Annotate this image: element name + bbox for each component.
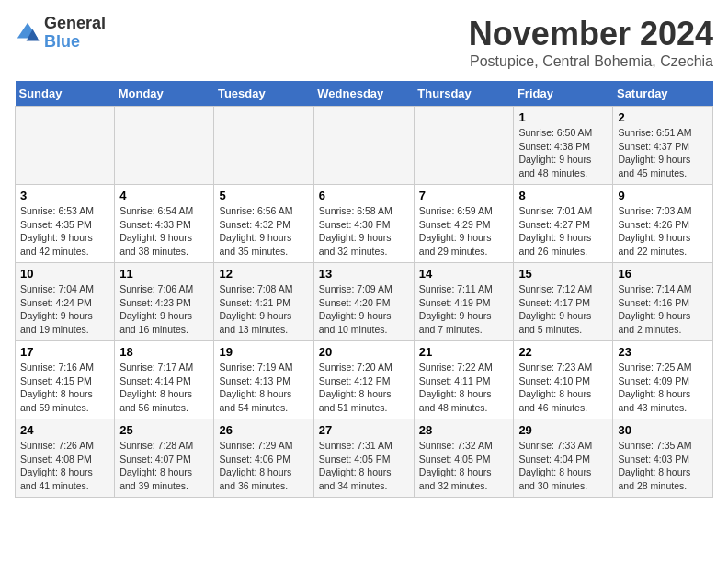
day-number: 29 — [518, 423, 608, 437]
day-info: Sunrise: 7:11 AM Sunset: 4:19 PM Dayligh… — [419, 282, 509, 337]
calendar-cell: 13Sunrise: 7:09 AM Sunset: 4:20 PM Dayli… — [313, 263, 414, 341]
logo-icon — [15, 20, 40, 46]
day-info: Sunrise: 6:58 AM Sunset: 4:30 PM Dayligh… — [319, 204, 409, 259]
header-friday: Friday — [514, 81, 613, 107]
day-number: 24 — [20, 423, 109, 437]
day-info: Sunrise: 7:22 AM Sunset: 4:11 PM Dayligh… — [419, 361, 509, 415]
day-number: 17 — [20, 345, 109, 359]
day-info: Sunrise: 6:56 AM Sunset: 4:32 PM Dayligh… — [219, 204, 308, 259]
day-number: 27 — [319, 423, 409, 437]
day-info: Sunrise: 7:19 AM Sunset: 4:13 PM Dayligh… — [219, 361, 308, 415]
day-number: 3 — [20, 189, 109, 202]
calendar-cell — [214, 107, 313, 185]
day-number: 14 — [419, 267, 509, 281]
calendar-cell: 8Sunrise: 7:01 AM Sunset: 4:27 PM Daylig… — [514, 185, 613, 263]
day-number: 19 — [219, 345, 308, 359]
calendar-cell: 21Sunrise: 7:22 AM Sunset: 4:11 PM Dayli… — [414, 341, 514, 419]
header-thursday: Thursday — [414, 81, 514, 107]
day-info: Sunrise: 7:33 AM Sunset: 4:04 PM Dayligh… — [518, 439, 608, 493]
day-info: Sunrise: 7:23 AM Sunset: 4:10 PM Dayligh… — [518, 361, 608, 415]
day-info: Sunrise: 7:01 AM Sunset: 4:27 PM Dayligh… — [518, 204, 608, 259]
day-info: Sunrise: 6:53 AM Sunset: 4:35 PM Dayligh… — [20, 204, 109, 259]
header-monday: Monday — [115, 81, 214, 107]
day-info: Sunrise: 7:17 AM Sunset: 4:14 PM Dayligh… — [119, 361, 209, 415]
calendar-cell: 10Sunrise: 7:04 AM Sunset: 4:24 PM Dayli… — [16, 263, 115, 341]
page-header: General Blue November 2024 Postupice, Ce… — [15, 15, 713, 70]
calendar-cell: 28Sunrise: 7:32 AM Sunset: 4:05 PM Dayli… — [414, 419, 514, 498]
calendar-cell: 17Sunrise: 7:16 AM Sunset: 4:15 PM Dayli… — [16, 341, 115, 419]
calendar-cell: 4Sunrise: 6:54 AM Sunset: 4:33 PM Daylig… — [115, 185, 214, 263]
calendar-cell: 16Sunrise: 7:14 AM Sunset: 4:16 PM Dayli… — [613, 263, 713, 341]
calendar-cell: 3Sunrise: 6:53 AM Sunset: 4:35 PM Daylig… — [16, 185, 115, 263]
calendar-cell: 25Sunrise: 7:28 AM Sunset: 4:07 PM Dayli… — [115, 419, 214, 498]
header-saturday: Saturday — [613, 81, 713, 107]
calendar-week-row: 3Sunrise: 6:53 AM Sunset: 4:35 PM Daylig… — [16, 185, 713, 263]
calendar-cell: 7Sunrise: 6:59 AM Sunset: 4:29 PM Daylig… — [414, 185, 514, 263]
day-number: 7 — [419, 189, 509, 202]
day-number: 20 — [319, 345, 409, 359]
day-number: 12 — [219, 267, 308, 281]
calendar-cell: 24Sunrise: 7:26 AM Sunset: 4:08 PM Dayli… — [16, 419, 115, 498]
calendar-cell: 6Sunrise: 6:58 AM Sunset: 4:30 PM Daylig… — [313, 185, 414, 263]
calendar-cell: 12Sunrise: 7:08 AM Sunset: 4:21 PM Dayli… — [214, 263, 313, 341]
day-info: Sunrise: 7:29 AM Sunset: 4:06 PM Dayligh… — [219, 439, 308, 493]
calendar-table: SundayMondayTuesdayWednesdayThursdayFrid… — [15, 81, 713, 498]
day-info: Sunrise: 6:51 AM Sunset: 4:37 PM Dayligh… — [618, 126, 708, 180]
day-number: 9 — [618, 189, 708, 202]
day-info: Sunrise: 7:20 AM Sunset: 4:12 PM Dayligh… — [319, 361, 409, 415]
day-number: 23 — [618, 345, 708, 359]
location-title: Postupice, Central Bohemia, Czechia — [469, 53, 713, 70]
day-number: 2 — [618, 110, 708, 124]
day-number: 25 — [119, 423, 209, 437]
day-info: Sunrise: 6:59 AM Sunset: 4:29 PM Dayligh… — [419, 204, 509, 259]
day-number: 22 — [518, 345, 608, 359]
day-info: Sunrise: 7:31 AM Sunset: 4:05 PM Dayligh… — [319, 439, 409, 493]
day-info: Sunrise: 7:25 AM Sunset: 4:09 PM Dayligh… — [618, 361, 708, 415]
logo-text-general: General — [44, 15, 106, 33]
calendar-cell: 23Sunrise: 7:25 AM Sunset: 4:09 PM Dayli… — [613, 341, 713, 419]
logo: General Blue — [15, 15, 106, 52]
day-info: Sunrise: 6:50 AM Sunset: 4:38 PM Dayligh… — [518, 126, 608, 180]
calendar-cell: 30Sunrise: 7:35 AM Sunset: 4:03 PM Dayli… — [613, 419, 713, 498]
day-info: Sunrise: 7:12 AM Sunset: 4:17 PM Dayligh… — [518, 282, 608, 337]
day-number: 4 — [119, 189, 209, 202]
calendar-week-row: 1Sunrise: 6:50 AM Sunset: 4:38 PM Daylig… — [16, 107, 713, 185]
day-number: 5 — [219, 189, 308, 202]
day-number: 26 — [219, 423, 308, 437]
day-info: Sunrise: 7:26 AM Sunset: 4:08 PM Dayligh… — [20, 439, 109, 493]
calendar-cell: 11Sunrise: 7:06 AM Sunset: 4:23 PM Dayli… — [115, 263, 214, 341]
logo-text-blue: Blue — [44, 33, 106, 52]
calendar-cell — [16, 107, 115, 185]
calendar-cell: 26Sunrise: 7:29 AM Sunset: 4:06 PM Dayli… — [214, 419, 313, 498]
day-number: 6 — [319, 189, 409, 202]
calendar-cell: 19Sunrise: 7:19 AM Sunset: 4:13 PM Dayli… — [214, 341, 313, 419]
calendar-cell: 2Sunrise: 6:51 AM Sunset: 4:37 PM Daylig… — [613, 107, 713, 185]
day-number: 1 — [518, 110, 608, 124]
day-info: Sunrise: 7:14 AM Sunset: 4:16 PM Dayligh… — [618, 282, 708, 337]
header-sunday: Sunday — [16, 81, 115, 107]
calendar-cell — [115, 107, 214, 185]
day-number: 16 — [618, 267, 708, 281]
day-info: Sunrise: 7:35 AM Sunset: 4:03 PM Dayligh… — [618, 439, 708, 493]
day-number: 13 — [319, 267, 409, 281]
calendar-cell: 9Sunrise: 7:03 AM Sunset: 4:26 PM Daylig… — [613, 185, 713, 263]
calendar-cell — [414, 107, 514, 185]
calendar-week-row: 10Sunrise: 7:04 AM Sunset: 4:24 PM Dayli… — [16, 263, 713, 341]
calendar-cell: 18Sunrise: 7:17 AM Sunset: 4:14 PM Dayli… — [115, 341, 214, 419]
day-info: Sunrise: 7:16 AM Sunset: 4:15 PM Dayligh… — [20, 361, 109, 415]
title-area: November 2024 Postupice, Central Bohemia… — [469, 15, 713, 70]
calendar-cell: 27Sunrise: 7:31 AM Sunset: 4:05 PM Dayli… — [313, 419, 414, 498]
day-number: 15 — [518, 267, 608, 281]
day-number: 18 — [119, 345, 209, 359]
day-info: Sunrise: 6:54 AM Sunset: 4:33 PM Dayligh… — [119, 204, 209, 259]
day-info: Sunrise: 7:28 AM Sunset: 4:07 PM Dayligh… — [119, 439, 209, 493]
calendar-cell: 14Sunrise: 7:11 AM Sunset: 4:19 PM Dayli… — [414, 263, 514, 341]
header-wednesday: Wednesday — [313, 81, 414, 107]
calendar-header-row: SundayMondayTuesdayWednesdayThursdayFrid… — [16, 81, 713, 107]
day-info: Sunrise: 7:04 AM Sunset: 4:24 PM Dayligh… — [20, 282, 109, 337]
day-number: 21 — [419, 345, 509, 359]
calendar-cell: 15Sunrise: 7:12 AM Sunset: 4:17 PM Dayli… — [514, 263, 613, 341]
calendar-cell: 5Sunrise: 6:56 AM Sunset: 4:32 PM Daylig… — [214, 185, 313, 263]
day-number: 10 — [20, 267, 109, 281]
day-number: 8 — [518, 189, 608, 202]
